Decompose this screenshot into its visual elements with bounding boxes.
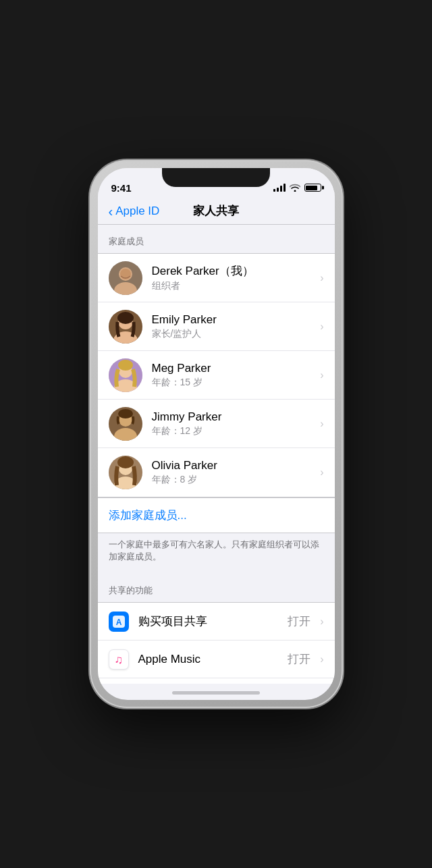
- feature-status: 打开: [288, 614, 310, 629]
- member-info: Derek Parker（我） 组织者: [152, 263, 315, 292]
- chevron-right-icon: ›: [320, 616, 323, 628]
- member-age: 年龄：8 岁: [152, 474, 315, 486]
- chevron-right-icon: ›: [320, 653, 323, 666]
- list-item[interactable]: Olivia Parker 年龄：8 岁 ›: [98, 448, 335, 497]
- list-item[interactable]: Derek Parker（我） 组织者 ›: [98, 254, 335, 302]
- add-member-button[interactable]: 添加家庭成员...: [98, 497, 335, 533]
- feature-name: Apple Music: [138, 653, 288, 666]
- member-name: Meg Parker: [152, 362, 315, 375]
- notch: [162, 168, 270, 187]
- signal-icon: [273, 184, 286, 192]
- chevron-right-icon: ›: [320, 369, 323, 381]
- member-age: 年龄：12 岁: [152, 425, 315, 437]
- member-name: Olivia Parker: [152, 459, 315, 472]
- svg-point-11: [118, 360, 133, 371]
- home-indicator: [172, 691, 260, 695]
- battery-icon: [304, 184, 321, 192]
- feature-name: 购买项目共享: [138, 614, 288, 629]
- avatar: [109, 261, 142, 295]
- avatar: [109, 456, 142, 489]
- page-title: 家人共享: [193, 203, 239, 219]
- member-role: 家长/监护人: [152, 328, 315, 340]
- scroll-content[interactable]: 家庭成员 Derek Pa: [98, 225, 335, 684]
- member-info: Jimmy Parker 年龄：12 岁: [152, 410, 315, 437]
- member-name: Jimmy Parker: [152, 410, 315, 424]
- member-info: Emily Parker 家长/监护人: [152, 313, 315, 340]
- family-section-header: 家庭成员: [98, 225, 335, 253]
- member-role: 组织者: [152, 280, 315, 292]
- feature-status: 打开: [288, 651, 310, 667]
- list-item[interactable]: iCloud 储存空间 打开 ›: [98, 678, 335, 684]
- avatar: [109, 407, 142, 441]
- wifi-icon: [290, 184, 300, 192]
- member-name: Derek Parker（我）: [152, 263, 315, 279]
- list-item[interactable]: Meg Parker 年龄：15 岁 ›: [98, 351, 335, 400]
- features-list: A 购买项目共享 打开 › ♫ Apple Music 打开: [98, 602, 335, 684]
- list-item[interactable]: ♫ Apple Music 打开 ›: [98, 641, 335, 678]
- chevron-right-icon: ›: [320, 272, 323, 284]
- member-name: Emily Parker: [152, 313, 315, 327]
- member-info: Meg Parker 年龄：15 岁: [152, 362, 315, 389]
- features-section-header: 共享的功能: [98, 574, 335, 602]
- apple-music-icon: ♫: [109, 649, 129, 670]
- back-label: Apple ID: [115, 205, 159, 218]
- chevron-right-icon: ›: [320, 418, 323, 430]
- status-time: 9:41: [111, 182, 132, 194]
- family-footer-note: 一个家庭中最多可有六名家人。只有家庭组织者可以添加家庭成员。: [98, 533, 335, 574]
- back-button[interactable]: ‹ Apple ID: [109, 205, 160, 218]
- navigation-bar: ‹ Apple ID 家人共享: [98, 198, 335, 225]
- member-info: Olivia Parker 年龄：8 岁: [152, 459, 315, 486]
- svg-text:♫: ♫: [114, 653, 123, 666]
- chevron-right-icon: ›: [320, 466, 323, 479]
- list-item[interactable]: Jimmy Parker 年龄：12 岁 ›: [98, 400, 335, 448]
- chevron-right-icon: ›: [320, 321, 323, 333]
- list-item[interactable]: Emily Parker 家长/监护人 ›: [98, 302, 335, 351]
- avatar: [109, 358, 142, 392]
- family-members-list: Derek Parker（我） 组织者 ›: [98, 253, 335, 497]
- purchases-icon: A: [109, 612, 129, 632]
- list-item[interactable]: A 购买项目共享 打开 ›: [98, 603, 335, 641]
- avatar: [109, 310, 142, 344]
- svg-text:A: A: [115, 618, 122, 627]
- member-age: 年龄：15 岁: [152, 377, 315, 389]
- svg-point-19: [117, 456, 134, 468]
- svg-point-7: [117, 312, 134, 324]
- chevron-left-icon: ‹: [109, 205, 113, 218]
- svg-point-15: [118, 409, 133, 418]
- status-icons: [273, 184, 321, 192]
